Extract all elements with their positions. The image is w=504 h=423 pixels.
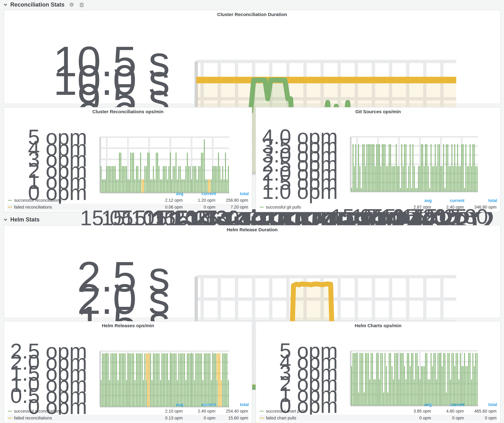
legend-series-label[interactable]: failed chart pulls: [266, 416, 398, 421]
chevron-down-icon: [3, 217, 7, 222]
legend-series-label[interactable]: failed reconciliations: [14, 416, 150, 421]
legend-col-total[interactable]: total: [464, 198, 497, 203]
series-color-dash: [260, 207, 264, 207]
legend-current-value: 2.40 opm: [183, 409, 215, 414]
legend-avg-value: 0.13 opm: [150, 416, 183, 421]
legend-total-value: 465.60 opm: [464, 409, 497, 414]
legend-avg-value: 0 opm: [398, 416, 431, 421]
legend-header: avg current total: [259, 401, 497, 408]
series-color-dash: [260, 418, 264, 418]
legend-current-value: 4.80 opm: [431, 409, 464, 414]
legend-header: avg current total: [7, 191, 249, 197]
panel-cluster-reconciliation-duration: Cluster Reconciliation Duration 7.5 s8.0…: [4, 10, 501, 104]
legend-header: avg current total: [259, 198, 497, 204]
legend-current-value: 1.20 opm: [183, 198, 215, 203]
legend: avg current total successful git pulls 2…: [259, 198, 497, 211]
series-color-dash: [8, 207, 12, 207]
panel-title[interactable]: Cluster Reconciliation Duration: [4, 10, 500, 19]
legend-row: failed reconciliations 0.13 opm 0 opm 15…: [7, 415, 249, 422]
legend-total-value: 7.20 opm: [215, 205, 248, 210]
panel-title[interactable]: Helm Releases ops/min: [4, 322, 252, 330]
panel-title[interactable]: Git Sources ops/min: [256, 107, 500, 116]
legend-row: successful chart pulls 3.85 opm 4.80 opm…: [259, 408, 497, 415]
legend-col-avg[interactable]: avg: [399, 198, 432, 203]
legend-col-current[interactable]: current: [432, 402, 464, 407]
legend-col-avg[interactable]: avg: [150, 402, 183, 407]
series-color-dash: [8, 200, 12, 201]
legend-row: successful git pulls 2.87 opm 2.40 opm 3…: [259, 204, 497, 211]
legend-col-avg[interactable]: avg: [399, 402, 432, 407]
section-title: Reconciliation Stats: [10, 1, 65, 8]
legend-row: failed chart pulls 0 opm 0 opm 0 opm: [259, 415, 497, 422]
legend-col-current[interactable]: current: [183, 402, 216, 407]
svg-text:2.5 opm: 2.5 opm: [10, 339, 87, 363]
svg-text:10.5 s: 10.5 s: [53, 38, 170, 85]
legend: avg current total successful chart pulls…: [259, 401, 497, 422]
legend-col-avg[interactable]: avg: [150, 191, 183, 196]
svg-text:2.5 s: 2.5 s: [77, 253, 170, 301]
legend-col-total[interactable]: total: [216, 191, 249, 196]
panel-title[interactable]: Helm Release Duration: [4, 225, 500, 234]
legend: avg current total successful reconciliat…: [7, 191, 249, 211]
legend-row: successful reconciliations 2.12 opm 1.20…: [7, 197, 249, 204]
legend-current-value: 0 opm: [183, 416, 215, 421]
legend-avg-value: 0.06 opm: [150, 205, 183, 210]
chevron-down-icon: [3, 3, 7, 7]
legend-row: successful reconciliations 2.10 opm 2.40…: [7, 408, 249, 415]
legend-series-label[interactable]: successful git pulls: [266, 205, 398, 210]
panel-helm-release-duration: Helm Release Duration 0 ns500 ms1.0 s1.5…: [4, 225, 501, 318]
section-header-reconciliation-stats[interactable]: Reconciliation Stats ⚙: [3, 1, 84, 8]
svg-text:5 opm: 5 opm: [280, 339, 338, 363]
legend-col-current[interactable]: current: [432, 198, 464, 203]
legend-series-label[interactable]: successful chart pulls: [266, 409, 398, 414]
svg-text:4.0 opm: 4.0 opm: [262, 125, 338, 149]
series-color-dash: [8, 418, 12, 418]
legend-col-total[interactable]: total: [464, 402, 497, 407]
section-title: Helm Stats: [10, 216, 40, 223]
legend-total-value: 254.40 opm: [215, 409, 248, 414]
section-header-helm-stats[interactable]: Helm Stats: [3, 216, 40, 223]
cluster-reconciliations-chart[interactable]: 0 opm1 opm2 opm3 opm4 opm5 opm15:0515:10…: [5, 116, 251, 238]
series-color-dash: [260, 411, 264, 411]
legend-total-value: 0 opm: [464, 416, 497, 421]
legend-current-value: 0 opm: [431, 416, 464, 421]
panel-helm-charts-opm: Helm Charts ops/min 0 opm1 opm2 opm3 opm…: [256, 321, 501, 423]
svg-text:5 opm: 5 opm: [28, 125, 87, 149]
legend-col-total[interactable]: total: [216, 402, 249, 407]
panel-cluster-reconciliations-opm: Cluster Reconciliations ops/min 0 opm1 o…: [4, 107, 252, 212]
legend-avg-value: 2.10 opm: [150, 409, 183, 414]
legend-row: failed reconciliations 0.06 opm 0 opm 7.…: [7, 204, 249, 211]
legend-avg-value: 3.85 opm: [398, 409, 431, 414]
panel-title[interactable]: Helm Charts ops/min: [256, 322, 500, 330]
legend-total-value: 15.60 opm: [215, 416, 248, 421]
panel-title[interactable]: Cluster Reconciliations ops/min: [4, 107, 252, 116]
legend-avg-value: 2.12 opm: [150, 198, 183, 203]
legend-series-label[interactable]: failed reconciliations: [14, 205, 150, 210]
legend-current-value: 0 opm: [183, 205, 215, 210]
legend: avg current total successful reconciliat…: [7, 401, 249, 422]
legend-series-label[interactable]: successful reconciliations: [14, 198, 150, 203]
gear-icon[interactable]: ⚙: [69, 1, 74, 8]
legend-col-current[interactable]: current: [183, 191, 216, 196]
legend-header: avg current total: [7, 401, 249, 408]
legend-avg-value: 2.87 opm: [398, 205, 431, 210]
legend-current-value: 2.40 opm: [431, 205, 464, 210]
panel-helm-releases-opm: Helm Releases ops/min 0 opm0.5 opm1.0 op…: [4, 321, 252, 423]
trash-icon[interactable]: [79, 2, 84, 7]
legend-total-value: 346.80 opm: [464, 205, 497, 210]
git-sources-chart[interactable]: 1.0 opm1.5 opm2.0 opm2.5 opm3.0 opm3.5 o…: [257, 116, 499, 237]
panel-git-sources-opm: Git Sources ops/min 1.0 opm1.5 opm2.0 op…: [256, 107, 501, 212]
legend-series-label[interactable]: successful reconciliations: [14, 409, 150, 414]
series-color-dash: [8, 411, 12, 411]
legend-total-value: 256.80 opm: [215, 198, 248, 203]
